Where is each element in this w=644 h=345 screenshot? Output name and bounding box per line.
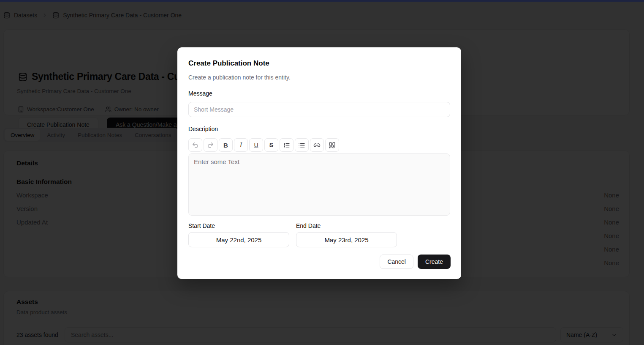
description-placeholder: Enter some Text xyxy=(194,158,239,165)
message-label: Message xyxy=(188,90,212,97)
dialog-title: Create Publication Note xyxy=(188,59,269,68)
create-button[interactable]: Create xyxy=(418,255,451,269)
underline-icon[interactable]: U xyxy=(249,138,263,152)
ordered-list-icon[interactable] xyxy=(280,138,293,152)
link-icon[interactable] xyxy=(310,138,324,152)
description-editor[interactable]: Enter some Text xyxy=(188,153,450,216)
start-date-label: Start Date xyxy=(188,222,215,229)
end-date-picker[interactable]: May 23rd, 2025 xyxy=(296,232,397,247)
dialog-subtitle: Create a publication note for this entit… xyxy=(188,74,291,81)
unordered-list-icon[interactable] xyxy=(295,138,309,152)
undo-icon[interactable] xyxy=(188,138,202,152)
top-accent-bar xyxy=(0,0,644,2)
create-publication-note-dialog: Create Publication Note Create a publica… xyxy=(177,47,461,279)
end-date-label: End Date xyxy=(296,222,321,229)
richtext-toolbar: B I U S xyxy=(188,138,339,152)
redo-icon[interactable] xyxy=(204,138,217,152)
italic-icon[interactable]: I xyxy=(234,138,248,152)
start-date-picker[interactable]: May 22nd, 2025 xyxy=(188,232,289,247)
bold-icon[interactable]: B xyxy=(219,138,233,152)
description-label: Description xyxy=(188,126,218,132)
blockquote-icon[interactable] xyxy=(325,138,339,152)
cancel-button[interactable]: Cancel xyxy=(380,255,413,269)
strikethrough-icon[interactable]: S xyxy=(264,138,278,152)
message-input[interactable] xyxy=(188,102,450,117)
